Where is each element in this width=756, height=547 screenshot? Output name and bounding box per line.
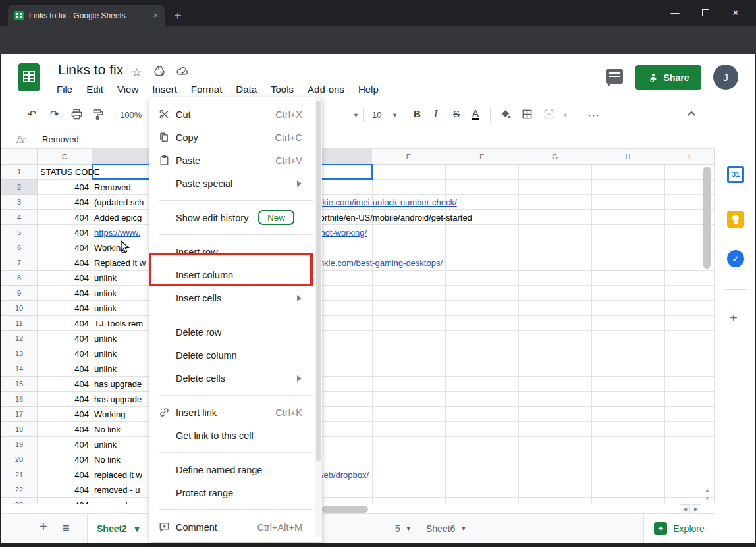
cell[interactable]: 404 — [38, 437, 92, 452]
cell[interactable]: 404 — [38, 422, 92, 437]
cell[interactable] — [372, 482, 446, 498]
row-header-6[interactable]: 6 — [1, 240, 38, 255]
row-header-21[interactable]: 21 — [1, 467, 38, 482]
menu-format[interactable]: Format — [191, 84, 223, 95]
cell[interactable] — [445, 225, 519, 240]
formula-bar[interactable]: fx Removed — [1, 130, 715, 149]
cell[interactable] — [445, 407, 519, 422]
sheet-tab-sheet6[interactable]: Sheet6▼ — [426, 523, 466, 534]
cell[interactable] — [518, 180, 592, 195]
cell[interactable]: 404 — [38, 377, 92, 392]
cell[interactable] — [664, 437, 715, 452]
cell[interactable] — [591, 165, 665, 180]
row-header-8[interactable]: 8 — [1, 271, 38, 286]
cell[interactable] — [664, 346, 715, 361]
menu-item-protect-range[interactable]: Protect range — [149, 481, 322, 504]
menu-item-delete-column[interactable]: Delete column — [149, 344, 322, 367]
menu-scrollbar-track[interactable] — [315, 97, 322, 537]
comment-history-icon[interactable] — [606, 69, 623, 84]
cell[interactable] — [518, 195, 592, 210]
row-header-17[interactable]: 17 — [1, 407, 38, 422]
cell[interactable] — [591, 407, 665, 422]
cell[interactable] — [372, 452, 446, 467]
cell[interactable]: 404 — [38, 407, 92, 422]
cell[interactable] — [445, 361, 519, 377]
cell[interactable] — [518, 482, 592, 498]
cell[interactable] — [518, 467, 592, 482]
cell[interactable] — [664, 407, 715, 422]
cell[interactable]: 404 — [38, 210, 92, 225]
row-header-5[interactable]: 5 — [1, 225, 38, 240]
horizontal-scrollbar[interactable] — [322, 506, 368, 513]
row-header-2[interactable]: 2 — [1, 180, 38, 195]
new-tab-button[interactable]: + — [174, 11, 182, 21]
calendar-icon[interactable]: 31 — [727, 166, 744, 183]
cell[interactable] — [372, 467, 446, 482]
cell[interactable] — [445, 316, 519, 331]
menu-item-cut[interactable]: CutCtrl+X — [149, 103, 322, 126]
cell[interactable]: 404 — [38, 392, 92, 407]
row-header-7[interactable]: 7 — [1, 255, 38, 271]
cell[interactable] — [591, 301, 665, 316]
add-sheet-button[interactable]: + — [40, 519, 47, 534]
cell[interactable] — [664, 467, 715, 482]
row-header-12[interactable]: 12 — [1, 331, 38, 346]
scroll-up-icon[interactable]: ▲ — [705, 487, 710, 493]
cell[interactable] — [372, 271, 446, 286]
menu-edit[interactable]: Edit — [86, 84, 103, 95]
cell[interactable]: 404 — [38, 180, 92, 195]
row-header-1[interactable]: 1 — [1, 165, 38, 180]
cell[interactable]: 404 — [38, 301, 92, 316]
paint-format-icon[interactable] — [92, 109, 103, 122]
cell[interactable] — [372, 331, 446, 346]
cell[interactable] — [445, 180, 519, 195]
window-minimize-button[interactable]: — — [665, 8, 685, 18]
share-button[interactable]: Share — [635, 65, 701, 90]
menu-item-copy[interactable]: CopyCtrl+C — [149, 126, 322, 149]
cell[interactable] — [591, 331, 665, 346]
cell[interactable] — [591, 195, 665, 210]
column-header-E[interactable]: E — [372, 149, 446, 165]
cell[interactable] — [445, 437, 519, 452]
all-sheets-button[interactable]: ≡ — [63, 521, 70, 535]
row-header-11[interactable]: 11 — [1, 316, 38, 331]
row-header-10[interactable]: 10 — [1, 301, 38, 316]
cell[interactable] — [518, 255, 592, 271]
collapse-toolbar-icon[interactable] — [686, 109, 697, 121]
cell[interactable] — [664, 422, 715, 437]
row-header-16[interactable]: 16 — [1, 392, 38, 407]
cell[interactable]: 404 — [38, 271, 92, 286]
column-header-H[interactable]: H — [591, 149, 665, 165]
scroll-left-button[interactable]: ◀ — [680, 504, 690, 513]
cell[interactable] — [518, 165, 592, 180]
menu-item-insert-cells[interactable]: Insert cells — [149, 286, 322, 309]
cell[interactable]: 404 — [38, 316, 92, 331]
cell[interactable] — [372, 407, 446, 422]
cell[interactable]: 404 — [38, 240, 92, 255]
cell[interactable] — [372, 301, 446, 316]
more-toolbar-icon[interactable]: ⋯ — [587, 108, 600, 122]
cell[interactable]: 404 — [38, 225, 92, 240]
cell[interactable] — [664, 301, 715, 316]
cell[interactable] — [664, 271, 715, 286]
strikethrough-button[interactable]: S — [453, 108, 460, 119]
cell[interactable] — [445, 255, 519, 271]
cell[interactable] — [591, 316, 665, 331]
cell[interactable] — [518, 422, 592, 437]
cell[interactable] — [518, 331, 592, 346]
cell[interactable] — [372, 225, 446, 240]
cell[interactable] — [591, 467, 665, 482]
cell[interactable] — [664, 392, 715, 407]
row-header-13[interactable]: 13 — [1, 346, 38, 361]
vertical-scrollbar[interactable] — [703, 167, 711, 269]
cell[interactable] — [372, 498, 446, 504]
cell[interactable] — [518, 377, 592, 392]
cell[interactable] — [591, 482, 665, 498]
tasks-icon[interactable]: ✓ — [727, 250, 744, 267]
borders-icon[interactable] — [522, 109, 533, 122]
sheet-tab-caret-icon[interactable]: ▼ — [132, 523, 142, 534]
row-header-14[interactable]: 14 — [1, 361, 38, 377]
cell[interactable] — [518, 361, 592, 377]
row-header-3[interactable]: 3 — [1, 195, 38, 210]
spreadsheet-grid[interactable]: CDEFGHI1STATUS CODE2404Removed3404(updat… — [1, 149, 715, 504]
